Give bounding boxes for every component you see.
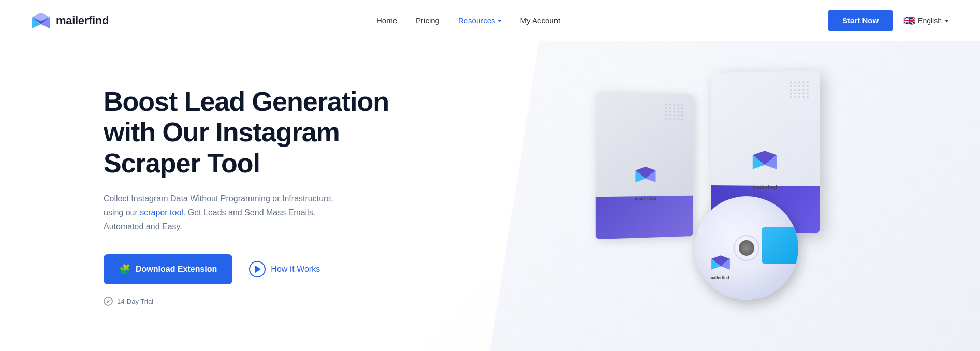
- product-3d-image: mailerfind mailerf: [581, 62, 840, 331]
- nav-home[interactable]: Home: [376, 16, 397, 25]
- disc-brand-label: mailerfind: [709, 275, 729, 280]
- disc-blue-rect: [762, 227, 798, 264]
- lang-chevron-icon: [945, 20, 949, 22]
- start-now-button[interactable]: Start Now: [828, 10, 893, 31]
- nav-right: Start Now 🇬🇧 English: [828, 10, 949, 31]
- nav-pricing[interactable]: Pricing: [416, 16, 440, 25]
- hero-section: Boost Lead Generation with Our Instagram…: [0, 41, 980, 351]
- logo-icon: [31, 11, 51, 31]
- language-label: English: [918, 17, 942, 25]
- play-circle-icon: [249, 261, 266, 277]
- download-extension-button[interactable]: 🧩 Download Extension: [104, 254, 232, 284]
- play-triangle-icon: [255, 266, 261, 273]
- brand-name-back: mailerfind: [635, 196, 657, 202]
- brand-name: mailerfind: [56, 14, 109, 27]
- nav-resources[interactable]: Resources: [458, 16, 502, 25]
- product-disc: mailerfind: [695, 196, 798, 300]
- mini-logo-back: [635, 165, 657, 186]
- language-selector[interactable]: 🇬🇧 English: [903, 15, 949, 26]
- hero-image-area: mailerfind mailerf: [441, 41, 980, 351]
- product-box-back: mailerfind: [596, 91, 693, 239]
- check-mark: ✓: [106, 299, 110, 304]
- check-circle-icon: ✓: [104, 297, 113, 306]
- how-it-works-link[interactable]: How It Works: [249, 261, 320, 277]
- box-dots-front: [791, 81, 810, 98]
- cta-area: 🧩 Download Extension How It Works: [104, 254, 393, 284]
- mini-logo-front: [752, 149, 779, 173]
- logo-area[interactable]: mailerfind: [31, 11, 109, 31]
- chevron-down-icon: [498, 20, 502, 22]
- trial-label: 14-Day Trial: [117, 298, 153, 305]
- disc-logo-icon: [710, 254, 731, 271]
- box-dots: [666, 104, 684, 120]
- hero-content: Boost Lead Generation with Our Instagram…: [104, 86, 393, 306]
- main-nav: Home Pricing Resources My Account: [376, 16, 560, 25]
- scraper-tool-link[interactable]: scraper tool: [140, 208, 183, 217]
- nav-my-account[interactable]: My Account: [520, 16, 561, 25]
- flag-icon: 🇬🇧: [903, 15, 915, 26]
- puzzle-icon: 🧩: [119, 264, 130, 275]
- trial-badge: ✓ 14-Day Trial: [104, 297, 393, 306]
- disc-inner-ring: [734, 235, 759, 261]
- hero-title: Boost Lead Generation with Our Instagram…: [104, 86, 393, 179]
- header: mailerfind Home Pricing Resources My Acc…: [0, 0, 980, 41]
- brand-name-front: mailerfind: [753, 184, 778, 190]
- hero-subtitle: Collect Instagram Data Without Programmi…: [104, 192, 352, 234]
